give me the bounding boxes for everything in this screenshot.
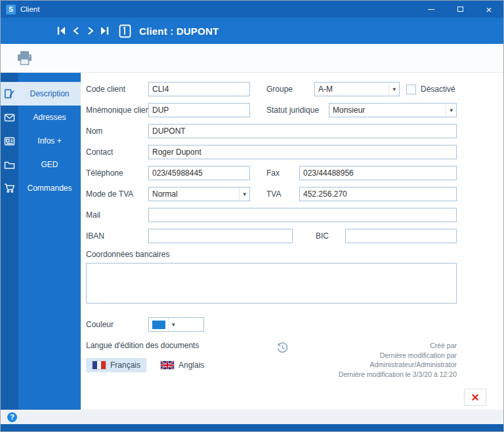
mode-tva-select[interactable]: Normal ▾ [148,187,250,201]
language-block: Langue d'édition des documents Français [86,341,276,372]
close-button[interactable]: × [474,1,503,18]
minimize-icon [428,9,434,10]
toolbar [1,44,503,73]
chevron-down-icon: ▾ [446,104,456,117]
bic-label: BIC [316,231,345,241]
sidebar-item-label: Commandes [18,184,81,193]
code-client-input[interactable] [148,82,250,96]
form-row: Mode de TVA Normal ▾ TVA [86,187,457,201]
lang-option-label: Français [110,361,140,370]
help-button[interactable]: ? [7,412,17,422]
previous-record-button[interactable] [69,24,83,38]
langue-label: Langue d'édition des documents [86,341,276,350]
window-controls: × [417,1,503,18]
lang-option-anglais[interactable]: Anglais [154,358,210,372]
info-card-icon [1,136,18,146]
cancel-close-button[interactable]: × [464,389,486,406]
uk-flag-icon [160,361,175,370]
sidebar-item-label: Adresses [18,113,81,122]
sidebar-item-adresses[interactable]: Adresses [1,106,81,129]
created-by-text: Créé par [295,341,457,351]
close-icon: × [486,5,492,14]
groupe-label: Groupe [266,85,314,94]
maximize-button[interactable] [446,1,474,18]
addresses-envelope-icon [1,113,18,123]
tva-input[interactable] [299,187,457,201]
form-row: Mail [86,208,457,222]
lang-option-label: Anglais [178,361,204,370]
couleur-select[interactable]: ▾ [148,317,204,332]
last-record-icon [100,26,110,35]
mnemonique-input[interactable] [148,103,250,117]
last-record-button[interactable] [98,24,112,38]
record-card-icon [119,24,131,38]
groupe-select[interactable]: A-M ▾ [314,82,400,96]
desactive-checkbox[interactable] [406,85,416,94]
first-record-icon [56,26,66,35]
statut-juridique-label: Statut juridique [266,106,329,115]
sidebar-item-description[interactable]: Description [1,82,81,106]
chevron-down-icon: ▾ [388,83,399,96]
main-area: Description Adresses [1,73,503,410]
contact-label: Contact [86,147,148,157]
contact-input[interactable] [148,145,457,159]
cart-icon [1,183,18,193]
sidebar-item-label: GED [18,160,81,169]
iban-input[interactable] [148,229,293,243]
fax-label: Fax [266,168,299,178]
sidebar-item-infos[interactable]: Infos + [1,129,81,153]
app-logo-icon: S [6,5,16,14]
groupe-value: A-M [318,85,386,94]
next-record-button[interactable] [83,24,97,38]
maximize-icon [457,7,463,12]
form-content: Code client Groupe A-M ▾ Désactivé Mnémo… [81,73,503,410]
modified-by-text: Dernière modification par Administrateur… [295,351,457,370]
nom-input[interactable] [148,124,457,138]
mode-tva-label: Mode de TVA [86,189,148,199]
form-row: IBAN BIC [86,229,457,243]
mail-input[interactable] [148,208,457,222]
minimize-button[interactable] [417,1,446,18]
sidebar-item-commandes[interactable]: Commandes [1,176,81,200]
chevron-down-icon: ▾ [168,318,178,331]
printer-icon [16,50,33,66]
nom-label: Nom [86,127,148,136]
audit-info: Créé par Dernière modification par Admin… [276,341,457,380]
bic-input[interactable] [345,229,457,243]
form-row: Contact [86,145,457,159]
statusbar: ? [1,410,503,424]
print-button[interactable] [16,50,33,66]
fax-input[interactable] [299,166,457,180]
mail-label: Mail [86,210,148,220]
close-icon: × [471,391,479,404]
lang-option-francais[interactable]: Français [86,358,146,372]
language-options: Français [86,358,276,372]
coordonnees-textarea[interactable] [86,263,457,304]
iban-label: IBAN [86,231,148,241]
mode-tva-value: Normal [152,189,236,199]
color-swatch [152,321,165,329]
previous-record-icon [72,26,80,35]
france-flag-icon [92,361,106,370]
mnemonique-label: Mnémonique client [86,106,148,115]
first-record-button[interactable] [54,24,68,38]
form-row: Couleur ▾ [86,317,457,332]
telephone-label: Téléphone [86,168,148,178]
form-row: Code client Groupe A-M ▾ Désactivé [86,82,457,96]
code-client-label: Code client [86,85,148,94]
sidebar: Description Adresses [1,73,81,410]
bottom-section: Langue d'édition des documents Français [86,341,457,380]
sidebar-item-label: Description [18,89,81,98]
form-row: Mnémonique client Statut juridique Monsi… [86,103,457,117]
client-window: S Client × [0,0,504,432]
client-form: Code client Groupe A-M ▾ Désactivé Mnémo… [86,82,457,380]
window-title: Client [20,5,39,13]
chevron-down-icon: ▾ [239,187,249,201]
telephone-input[interactable] [148,166,250,180]
next-record-icon [87,26,94,35]
coordonnees-label: Coordonnées bancaires [86,250,457,259]
tva-label: TVA [266,189,299,199]
statut-juridique-select[interactable]: Monsieur ▾ [329,103,457,117]
sidebar-item-ged[interactable]: GED [1,153,81,176]
page-title: Client : DUPONT [139,26,219,37]
